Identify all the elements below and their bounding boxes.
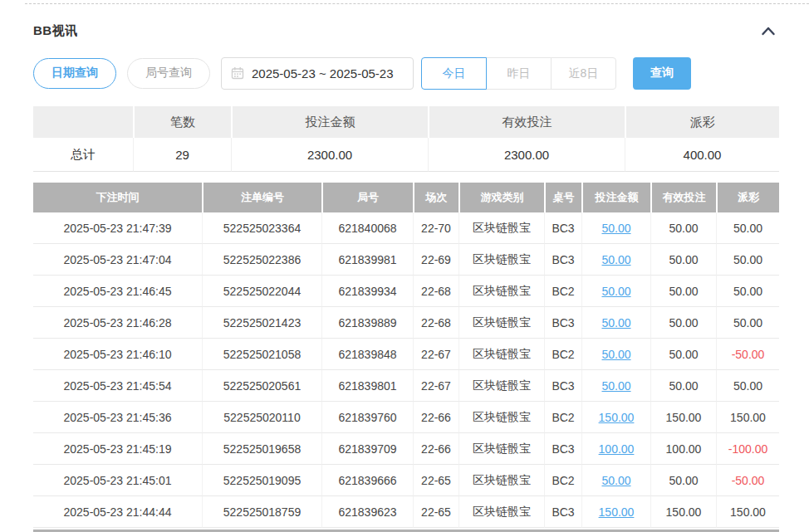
session-cell: 22-70 bbox=[413, 212, 458, 244]
bet-amount-cell: 50.00 bbox=[581, 339, 650, 370]
bet-amount-link[interactable]: 50.00 bbox=[601, 285, 630, 298]
bet-time-cell: 2025-05-23 21:45:01 bbox=[33, 465, 202, 496]
bet-amount-cell: 50.00 bbox=[581, 212, 650, 244]
bet-amount-link[interactable]: 50.00 bbox=[601, 253, 630, 266]
bet-amount-link[interactable]: 150.00 bbox=[599, 411, 635, 424]
round-no-cell: 621839760 bbox=[321, 402, 413, 433]
session-cell: 22-67 bbox=[413, 370, 458, 402]
payout-cell: -50.00 bbox=[716, 339, 779, 370]
round-no-cell: 621839666 bbox=[321, 465, 413, 496]
round-no-cell: 621840068 bbox=[321, 212, 413, 244]
session-cell: 22-66 bbox=[413, 402, 458, 433]
bet-time-cell: 2025-05-23 21:47:39 bbox=[33, 212, 202, 244]
payout-cell: 50.00 bbox=[716, 244, 779, 276]
order-no-cell: 522525021058 bbox=[202, 339, 321, 370]
order-no-cell: 522525023364 bbox=[202, 212, 321, 244]
order-no-cell: 522525019095 bbox=[202, 465, 321, 496]
table-row: 2025-05-23 21:45:19 522525019658 6218397… bbox=[33, 433, 779, 465]
bet-amount-cell: 100.00 bbox=[581, 433, 650, 465]
section-title: BB视讯 bbox=[33, 23, 78, 39]
table-row: 2025-05-23 21:47:04 522525022386 6218399… bbox=[33, 244, 779, 276]
summary-table: 笔数 投注金额 有效投注 派彩 总计 29 2300.00 2300.00 40… bbox=[33, 106, 779, 172]
header-session: 场次 bbox=[413, 183, 458, 212]
bet-time-cell: 2025-05-23 21:45:36 bbox=[33, 402, 202, 433]
bet-amount-link[interactable]: 50.00 bbox=[601, 474, 630, 487]
game-type-cell: 区块链骰宝 bbox=[458, 212, 544, 244]
bet-amount-link[interactable]: 50.00 bbox=[601, 379, 630, 393]
payout-cell: 50.00 bbox=[716, 307, 779, 339]
bet-amount-link[interactable]: 150.00 bbox=[599, 505, 635, 519]
round-no-cell: 621839709 bbox=[321, 433, 413, 465]
bet-time-cell: 2025-05-23 21:46:28 bbox=[33, 307, 202, 339]
bet-records-table: 下注时间 注单编号 局号 场次 游戏类别 桌号 投注金额 有效投注 派彩 202… bbox=[33, 183, 779, 528]
bet-time-cell: 2025-05-23 21:46:10 bbox=[33, 339, 202, 370]
round-no-cell: 621839889 bbox=[321, 307, 413, 339]
game-type-cell: 区块链骰宝 bbox=[458, 244, 544, 276]
payout-cell: 150.00 bbox=[716, 402, 779, 433]
game-type-cell: 区块链骰宝 bbox=[458, 339, 544, 370]
table-no-cell: BC3 bbox=[544, 307, 581, 339]
valid-bet-cell: 150.00 bbox=[650, 402, 716, 433]
table-row: 2025-05-23 21:44:44 522525018759 6218396… bbox=[33, 496, 779, 528]
quick-range-group: 今日 昨日 近8日 bbox=[421, 57, 616, 90]
valid-bet-cell: 50.00 bbox=[650, 276, 716, 307]
session-cell: 22-68 bbox=[413, 307, 458, 339]
order-no-cell: 522525018759 bbox=[202, 496, 321, 528]
last-8-days-button[interactable]: 近8日 bbox=[551, 57, 616, 90]
bet-amount-link[interactable]: 50.00 bbox=[601, 222, 630, 235]
calendar-icon bbox=[231, 66, 244, 80]
header-round-no: 局号 bbox=[321, 183, 413, 212]
round-no-cell: 621839981 bbox=[321, 244, 413, 276]
bet-amount-link[interactable]: 100.00 bbox=[599, 442, 635, 456]
search-button[interactable]: 查询 bbox=[633, 57, 691, 90]
round-query-tab[interactable]: 局号查询 bbox=[127, 58, 210, 89]
bet-amount-cell: 50.00 bbox=[581, 276, 650, 307]
game-type-cell: 区块链骰宝 bbox=[458, 433, 544, 465]
payout-cell: 150.00 bbox=[716, 496, 779, 528]
table-row: 2025-05-23 21:46:28 522525021423 6218398… bbox=[33, 307, 779, 339]
today-button[interactable]: 今日 bbox=[421, 57, 487, 90]
session-cell: 22-69 bbox=[413, 244, 458, 276]
payout-cell: -50.00 bbox=[716, 465, 779, 496]
round-no-cell: 621839801 bbox=[321, 370, 413, 402]
collapse-button[interactable] bbox=[758, 22, 779, 39]
header-table-no: 桌号 bbox=[544, 183, 581, 212]
bet-time-cell: 2025-05-23 21:45:19 bbox=[33, 433, 202, 465]
bet-amount-cell: 50.00 bbox=[581, 244, 650, 276]
table-no-cell: BC2 bbox=[544, 402, 581, 433]
table-no-cell: BC3 bbox=[544, 433, 581, 465]
session-cell: 22-66 bbox=[413, 433, 458, 465]
summary-header-count: 笔数 bbox=[133, 106, 231, 138]
date-query-tab[interactable]: 日期查询 bbox=[33, 58, 116, 89]
order-no-cell: 522525022044 bbox=[202, 276, 321, 307]
game-type-cell: 区块链骰宝 bbox=[458, 276, 544, 307]
order-no-cell: 522525020110 bbox=[202, 402, 321, 433]
table-row: 2025-05-23 21:47:39 522525023364 6218400… bbox=[33, 212, 779, 244]
table-no-cell: BC2 bbox=[544, 465, 581, 496]
summary-payout-value: 400.00 bbox=[625, 138, 779, 172]
header-order-no: 注单编号 bbox=[202, 183, 321, 212]
date-range-input[interactable]: 2025-05-23 ~ 2025-05-23 bbox=[221, 57, 414, 90]
records-header-row: 下注时间 注单编号 局号 场次 游戏类别 桌号 投注金额 有效投注 派彩 bbox=[33, 183, 779, 212]
bb-video-section: BB视讯 日期查询 局号查询 2025-05-23 ~ 2025-05-23 bbox=[33, 0, 779, 528]
table-row: 2025-05-23 21:46:45 522525022044 6218399… bbox=[33, 276, 779, 307]
bet-amount-link[interactable]: 50.00 bbox=[601, 316, 630, 329]
order-no-cell: 522525022386 bbox=[202, 244, 321, 276]
yesterday-button[interactable]: 昨日 bbox=[486, 57, 552, 90]
table-no-cell: BC3 bbox=[544, 370, 581, 402]
date-range-value: 2025-05-23 ~ 2025-05-23 bbox=[252, 66, 394, 81]
bet-amount-link[interactable]: 50.00 bbox=[601, 348, 630, 361]
header-payout: 派彩 bbox=[716, 183, 779, 212]
round-no-cell: 621839848 bbox=[321, 339, 413, 370]
valid-bet-cell: 50.00 bbox=[650, 244, 716, 276]
table-no-cell: BC3 bbox=[544, 496, 581, 528]
session-cell: 22-67 bbox=[413, 339, 458, 370]
game-type-cell: 区块链骰宝 bbox=[458, 307, 544, 339]
session-cell: 22-65 bbox=[413, 496, 458, 528]
table-no-cell: BC2 bbox=[544, 276, 581, 307]
game-type-cell: 区块链骰宝 bbox=[458, 402, 544, 433]
header-valid-bet: 有效投注 bbox=[650, 183, 716, 212]
table-row: 2025-05-23 21:45:36 522525020110 6218397… bbox=[33, 402, 779, 433]
bet-time-cell: 2025-05-23 21:45:54 bbox=[33, 370, 202, 402]
summary-header-valid-bet: 有效投注 bbox=[428, 106, 625, 138]
